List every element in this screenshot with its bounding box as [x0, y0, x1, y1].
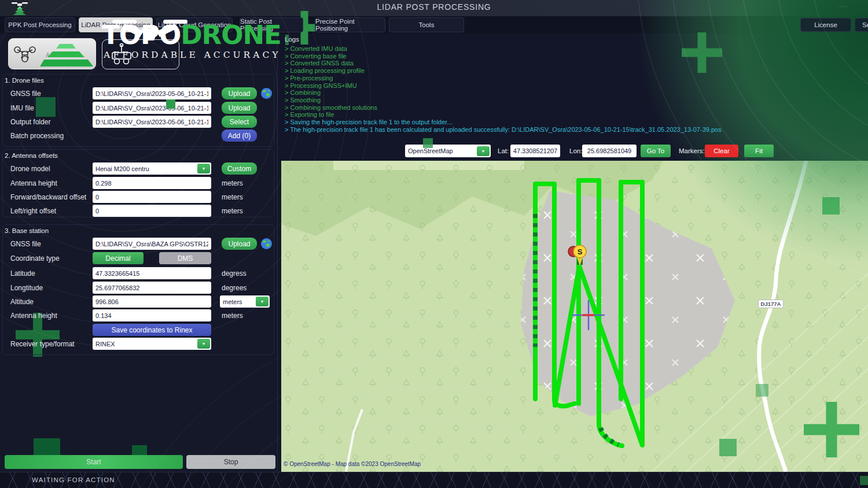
- log-entry: > Converting base file: [285, 53, 863, 60]
- chevron-down-icon: ▼: [197, 339, 210, 349]
- base-station-title: 3. Base station: [5, 227, 49, 234]
- status-bar: WAITING FOR ACTION: [0, 472, 868, 488]
- latitude-unit: degress: [222, 269, 247, 278]
- imu-upload-button[interactable]: Upload: [222, 102, 257, 114]
- chevron-down-icon: ▼: [477, 146, 490, 156]
- terrestrial-rover-icon: [107, 43, 136, 67]
- base-gnss-input[interactable]: [93, 238, 211, 250]
- fb-offset-unit: meters: [222, 193, 243, 201]
- window-title: LIDAR POST PROCESSING: [0, 2, 868, 12]
- settings-button[interactable]: Se: [855, 18, 868, 32]
- map-lat-input[interactable]: [510, 145, 560, 157]
- terrain-layers-icon: [40, 42, 93, 68]
- goto-button[interactable]: Go To: [641, 145, 671, 157]
- log-entry: > Smoothing: [285, 97, 863, 104]
- log-entry: > Converted GNSS data: [285, 60, 863, 67]
- markers-fit-button[interactable]: Fit: [744, 145, 774, 157]
- lat-label: Lat:: [498, 147, 509, 154]
- output-folder-input[interactable]: [93, 116, 211, 128]
- map-canvas[interactable]: S DJ177A © OpenStreetMap - Map data ©202…: [281, 161, 868, 472]
- latitude-input[interactable]: [93, 267, 211, 279]
- drone-model-value: Henai M200 centru: [95, 165, 149, 172]
- custom-model-button[interactable]: Custom: [222, 162, 257, 175]
- receiver-format-dropdown[interactable]: RINEX ▼: [93, 338, 211, 350]
- gnss-upload-button[interactable]: Upload: [222, 87, 257, 99]
- imu-file-input[interactable]: [93, 102, 211, 114]
- decimal-toggle-button[interactable]: Decimal: [93, 252, 144, 264]
- status-text: WAITING FOR ACTION: [32, 476, 115, 483]
- title-bar: LIDAR POST PROCESSING —: [0, 0, 868, 16]
- globe-icon[interactable]: [260, 238, 273, 250]
- markers-label: Markers:: [679, 147, 705, 154]
- fb-offset-input[interactable]: [93, 191, 211, 203]
- longitude-unit: degrees: [222, 284, 247, 292]
- chevron-down-icon: ▼: [197, 164, 210, 173]
- base-antenna-height-label: Antenna height: [10, 312, 57, 320]
- base-antenna-height-input[interactable]: [93, 309, 211, 321]
- antenna-height-input[interactable]: [93, 177, 211, 189]
- lr-offset-input[interactable]: [93, 205, 211, 217]
- logs-panel: Logs > Converted IMU data> Converting ba…: [281, 34, 868, 142]
- road-label: DJ177A: [758, 300, 784, 308]
- gnss-file-input[interactable]: [93, 87, 211, 99]
- tab-precise-point-positioning[interactable]: Precise Point Positioning: [315, 17, 385, 32]
- map-attribution: © OpenStreetMap - Map data ©2023 OpenStr…: [284, 461, 421, 467]
- imu-file-label: IMU file: [10, 104, 34, 112]
- lr-offset-unit: meters: [222, 207, 243, 215]
- decor-square: [860, 476, 868, 485]
- antenna-offsets-title: 2. Antenna offsets: [5, 152, 58, 159]
- drone-model-label: Drone model: [10, 165, 50, 173]
- latitude-label: Latitude: [10, 269, 35, 278]
- chevron-down-icon: ▼: [256, 297, 269, 306]
- tab-lidar-cloud-generation[interactable]: LiDAR Cloud Generation: [156, 17, 233, 32]
- tab-bar: PPK Post Processing LiDAR Post Processin…: [0, 16, 868, 34]
- minimize-button[interactable]: —: [837, 1, 849, 13]
- dms-toggle-button[interactable]: DMS: [159, 252, 211, 264]
- antenna-height-label: Antenna height: [10, 179, 57, 187]
- log-entry: > Processing GNSS+IMU: [285, 82, 863, 90]
- terrestrial-mode-button[interactable]: [102, 39, 179, 69]
- map-provider-dropdown[interactable]: OpenStreetMap ▼: [405, 145, 491, 157]
- base-gnss-label: GNSS file: [10, 240, 41, 248]
- app-window: S DJ177A © OpenStreetMap - Map data ©202…: [0, 0, 868, 488]
- tab-ppk-post-processing[interactable]: PPK Post Processing: [5, 17, 75, 32]
- drone-files-title: 1. Drone files: [5, 77, 44, 84]
- aerial-mode-button[interactable]: AERIAL: [8, 38, 96, 69]
- batch-add-button[interactable]: Add (0): [222, 130, 257, 142]
- output-folder-label: Output folder: [10, 118, 50, 126]
- drone-model-dropdown[interactable]: Henai M200 centru ▼: [93, 162, 211, 175]
- logs-title: Logs: [285, 36, 299, 43]
- receiver-format-value: RINEX: [95, 341, 115, 347]
- aerial-drone-icon: [13, 45, 37, 65]
- map-svg: S: [281, 161, 868, 472]
- log-entry: > The high-precision track file 1 has be…: [285, 126, 863, 134]
- processing-panel: 1. Drone files GNSS file Upload IMU file…: [0, 34, 278, 472]
- base-gnss-upload-button[interactable]: Upload: [222, 238, 257, 250]
- base-antenna-height-unit: meters: [222, 312, 243, 320]
- lon-label: Lon:: [569, 147, 582, 154]
- markers-clear-button[interactable]: Clear: [705, 145, 738, 157]
- longitude-label: Longtitude: [10, 284, 43, 292]
- stop-button[interactable]: Stop: [186, 455, 275, 469]
- map-provider-value: OpenStreetMap: [408, 147, 453, 154]
- gnss-file-label: GNSS file: [10, 90, 41, 98]
- altitude-input[interactable]: [93, 295, 211, 308]
- save-coordinates-button[interactable]: Save coordinates to Rinex: [93, 324, 211, 336]
- license-button[interactable]: License: [800, 18, 851, 32]
- log-entry: > Converted IMU data: [285, 45, 863, 53]
- start-button[interactable]: Start: [5, 455, 183, 469]
- svg-text:S: S: [578, 247, 583, 256]
- log-entry: > Combining smoothed solutions: [285, 104, 863, 112]
- lr-offset-label: Left/right offset: [10, 207, 56, 215]
- batch-processing-label: Batch processing: [10, 132, 64, 140]
- tab-lidar-post-processing[interactable]: LiDAR Post Processing: [79, 17, 153, 32]
- receiver-format-label: Receiver type/format: [10, 340, 75, 348]
- longitude-input[interactable]: [93, 282, 211, 294]
- tab-tools[interactable]: Tools: [389, 17, 464, 32]
- globe-icon[interactable]: [260, 87, 273, 99]
- output-select-button[interactable]: Select: [222, 116, 257, 128]
- altitude-unit-dropdown[interactable]: meters ▼: [220, 295, 270, 308]
- map-lon-input[interactable]: [582, 145, 637, 157]
- tab-static-post-processing[interactable]: Static Post Processing: [240, 17, 303, 32]
- antenna-height-unit: meters: [222, 179, 243, 187]
